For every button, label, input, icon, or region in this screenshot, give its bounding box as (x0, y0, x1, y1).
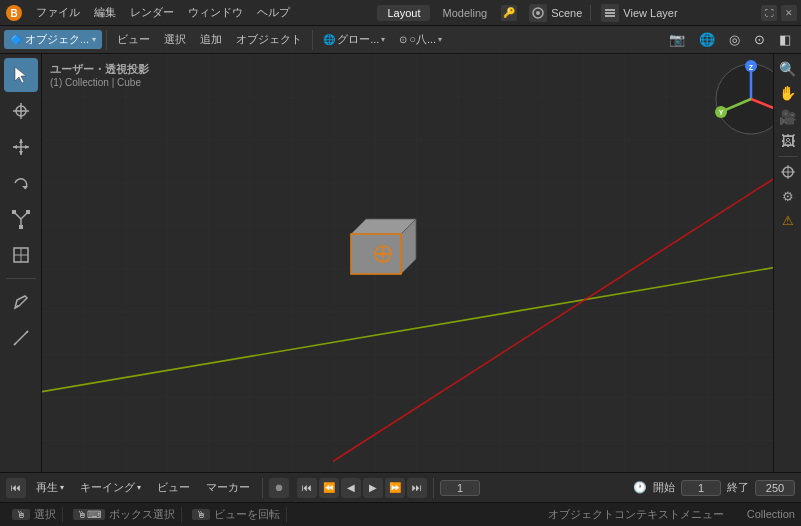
top-menubar: B ファイル 編集 レンダー ウィンドウ ヘルプ Layout Modeling… (0, 0, 801, 26)
jump-end-btn[interactable]: ⏭ (407, 478, 427, 498)
cube-object[interactable] (326, 204, 426, 306)
keying-menu[interactable]: キーイング (74, 478, 147, 497)
status-box-select: 🖱⌨ ボックス選択 (67, 507, 182, 522)
menu-window[interactable]: ウィンドウ (182, 3, 249, 22)
box-select-text: ボックス選択 (109, 507, 175, 522)
view-menu-timeline[interactable]: ビュー (151, 478, 196, 497)
select-key: 🖱 (12, 509, 30, 520)
scene-label: Scene (551, 7, 582, 19)
object-menu[interactable]: オブジェクト (230, 30, 308, 49)
gizmo-toggle[interactable]: ⊙ (748, 30, 771, 49)
jump-start-btn[interactable]: ⏮ (297, 478, 317, 498)
svg-marker-17 (22, 186, 28, 189)
playback-controls: ⏮ ⏪ ◀ ▶ ⏩ ⏭ (297, 478, 427, 498)
start-frame-input[interactable] (681, 480, 721, 496)
current-frame-input[interactable] (440, 480, 480, 496)
context-menu-text: オブジェクトコンテキストメニュー (548, 508, 724, 520)
menu-file[interactable]: ファイル (30, 3, 86, 22)
workspace-tabs: Layout Modeling 🔑 (377, 5, 517, 21)
camera2-icon[interactable]: 🎥 (777, 106, 799, 128)
warn2-icon[interactable]: ⚠ (777, 209, 799, 231)
scene-icon (529, 4, 547, 22)
tab-layout[interactable]: Layout (377, 5, 430, 21)
render2-icon[interactable]: 🖼 (777, 130, 799, 152)
view-layer-label: View Layer (623, 7, 677, 19)
svg-rect-6 (605, 9, 615, 11)
svg-text:Y: Y (719, 109, 724, 116)
collection-status: Collection (747, 508, 795, 520)
view-menu[interactable]: ビュー (111, 30, 156, 49)
status-bar: 🖱 選択 🖱⌨ ボックス選択 🖱 ビューを回転 オブジェクトコンテキストメニュー… (0, 502, 801, 526)
svg-marker-13 (19, 139, 23, 143)
status-select: 🖱 選択 (6, 507, 63, 522)
add-menu[interactable]: 追加 (194, 30, 228, 49)
select-menu[interactable]: 選択 (158, 30, 192, 49)
svg-line-30 (26, 331, 28, 333)
rotate-key: 🖱 (192, 509, 210, 520)
viewport[interactable]: ユーザー・透視投影 (1) Collection | Cube (42, 54, 801, 472)
view-layer-icon (601, 4, 619, 22)
svg-line-29 (14, 343, 16, 345)
mode-selector[interactable]: 🔷 オブジェク... ▾ (4, 30, 102, 49)
main-area: ユーザー・透視投影 (1) Collection | Cube (0, 54, 801, 472)
global-selector[interactable]: 🌐 グロー... (317, 30, 391, 49)
svg-line-28 (14, 331, 28, 345)
snap-selector[interactable]: ⊙ ○八... (393, 30, 448, 49)
hand-icon[interactable]: ✋ (777, 82, 799, 104)
svg-rect-5 (605, 12, 615, 14)
clock-icon: 🕐 (633, 481, 647, 494)
fullscreen-btn[interactable]: ⛶ (761, 5, 777, 21)
svg-text:Z: Z (749, 64, 754, 71)
tab-icon-left: 🔑 (501, 5, 517, 21)
svg-point-3 (536, 11, 540, 15)
menu-help[interactable]: ヘルプ (251, 3, 296, 22)
play-btn[interactable]: ▶ (363, 478, 383, 498)
settings2-icon[interactable]: ⚙ (777, 185, 799, 207)
close-btn[interactable]: ✕ (781, 5, 797, 21)
snap-icon[interactable] (777, 161, 799, 183)
cursor-tool-btn[interactable] (4, 94, 38, 128)
svg-rect-23 (19, 225, 23, 229)
scale-tool-btn[interactable] (4, 202, 38, 236)
zoom-in-icon[interactable]: 🔍 (777, 58, 799, 80)
status-rotate-view: 🖱 ビューを回転 (186, 507, 287, 522)
sidebar-toggle[interactable]: ◧ (773, 30, 797, 49)
svg-text:B: B (10, 8, 17, 19)
select-text: 選択 (34, 507, 56, 522)
start-label: 開始 (653, 480, 675, 495)
play-back-btn[interactable]: ◀ (341, 478, 361, 498)
timeline-nav-start[interactable]: ⏮ (6, 478, 26, 498)
move-tool-btn[interactable] (4, 130, 38, 164)
record-btn[interactable]: ⏺ (269, 478, 289, 498)
end-frame-input[interactable] (755, 480, 795, 496)
svg-rect-4 (605, 15, 615, 17)
menu-edit[interactable]: 編集 (88, 3, 122, 22)
tab-modeling[interactable]: Modeling (432, 5, 497, 21)
menu-render[interactable]: レンダー (124, 3, 180, 22)
svg-point-45 (381, 252, 385, 256)
end-label: 終了 (727, 480, 749, 495)
transform-tool-btn[interactable] (4, 238, 38, 272)
annotate-tool-btn[interactable] (4, 285, 38, 319)
viewport-shading-btn[interactable]: 🌐 (693, 30, 721, 49)
render-icon-btn[interactable]: 📷 (663, 30, 691, 49)
svg-marker-7 (15, 67, 26, 83)
rotate-tool-btn[interactable] (4, 166, 38, 200)
overlay-toggle[interactable]: ◎ (723, 30, 746, 49)
step-back-btn[interactable]: ⏪ (319, 478, 339, 498)
play-menu[interactable]: 再生 (30, 478, 70, 497)
blender-logo[interactable]: B (4, 3, 24, 23)
status-right: オブジェクトコンテキストメニュー Collection (548, 507, 795, 522)
rotate-text: ビューを回転 (214, 507, 280, 522)
marker-menu[interactable]: マーカー (200, 478, 256, 497)
svg-marker-15 (13, 145, 17, 149)
step-fwd-btn[interactable]: ⏩ (385, 478, 405, 498)
timeline-range: 🕐 開始 終了 (633, 480, 795, 496)
select-tool-btn[interactable] (4, 58, 38, 92)
measure-tool-btn[interactable] (4, 321, 38, 355)
viewport-right-toolbar: 🔍 ✋ 🎥 🖼 ⚙ ⚠ (773, 54, 801, 472)
svg-marker-14 (19, 151, 23, 155)
box-select-key: 🖱⌨ (73, 509, 105, 520)
left-toolbar (0, 54, 42, 472)
svg-rect-22 (26, 210, 30, 214)
